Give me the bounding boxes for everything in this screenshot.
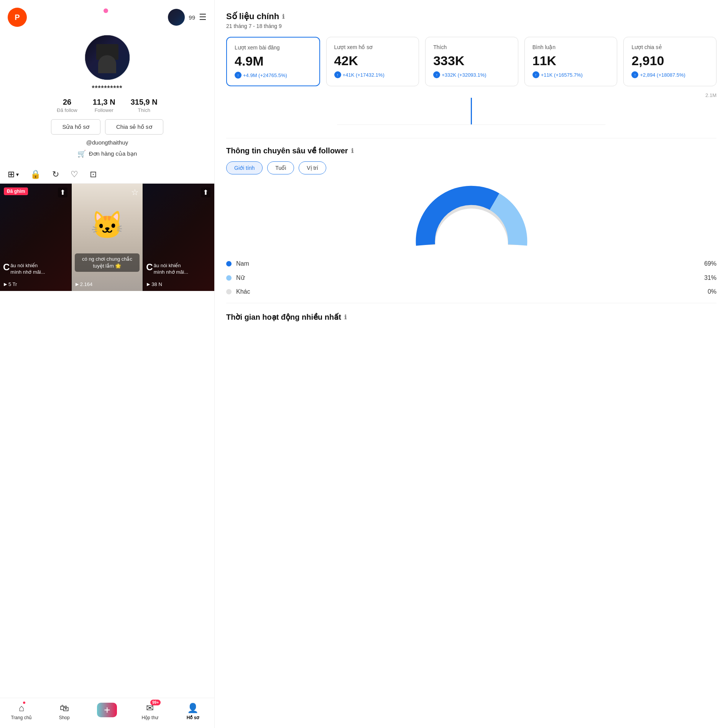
- info-icon-follower[interactable]: ℹ: [351, 147, 353, 154]
- stat-card-comments[interactable]: Bình luận 11K ↑ +11K (+16575.7%): [524, 37, 618, 86]
- right-panel: Số liệu chính ℹ 21 tháng 7 - 18 tháng 9 …: [215, 0, 728, 728]
- stat-card-value-likes: 333K: [433, 53, 510, 68]
- nav-profile[interactable]: 👤 Hồ sơ: [171, 703, 214, 720]
- profile-section: ********** 26 Đã follow 11,3 N Follower …: [0, 31, 214, 166]
- profile-label: Hồ sơ: [187, 715, 199, 720]
- stat-card-change-shares: ↑ +2,894 (+18087.5%): [631, 71, 708, 78]
- follower-label: Follower: [95, 107, 113, 113]
- save-icon-1: ⬆: [58, 187, 67, 197]
- cat-text: có ng chơi chung chắctuyệt lắm 🌟: [75, 253, 140, 272]
- play-count-value-2: 2.164: [80, 281, 93, 287]
- change-text-likes: +332K (+32093.1%): [442, 72, 486, 78]
- video-text-3: Câu nói khiếnmình nhớ mãi...: [146, 263, 211, 276]
- home-label: Trang chủ: [11, 715, 32, 720]
- content-tab-bar: ⊞ ▾ 🔒 ↻ ♡ ⊡: [0, 166, 214, 184]
- legend-label-nu: Nữ: [236, 274, 245, 281]
- divider-2: [226, 303, 716, 303]
- profile-icon: 👤: [187, 703, 199, 713]
- stats-row: 26 Đã follow 11,3 N Follower 315,9 N Thí…: [57, 98, 157, 113]
- order-row[interactable]: 🛒 Đơn hàng của bạn: [77, 150, 137, 158]
- legend-nu: Nữ 31%: [226, 274, 716, 281]
- info-icon-main[interactable]: ℹ: [282, 13, 284, 20]
- nav-shop[interactable]: 🛍 Shop: [43, 703, 86, 720]
- avatar-small[interactable]: [168, 9, 185, 26]
- follower-title-text: Thông tin chuyên sâu về follower: [226, 146, 348, 155]
- follow-label: Đã follow: [57, 107, 77, 113]
- stat-card-value-shares: 2,910: [631, 53, 708, 68]
- premium-badge: P: [8, 8, 27, 27]
- tab-like[interactable]: ♡: [71, 169, 78, 179]
- stat-card-likes[interactable]: Thích 333K ↑ +332K (+32093.1%): [425, 37, 518, 86]
- stat-like: 315,9 N Thích: [131, 98, 158, 113]
- video-card-1[interactable]: Đã ghim ⬆ Câu nói khiếnmình nhớ mãi... ▶…: [0, 184, 72, 291]
- save-icon-3: ⬆: [201, 187, 210, 197]
- video-text-1: Câu nói khiếnmình nhớ mãi...: [3, 263, 68, 276]
- stat-card-label-views: Lượt xem bài đăng: [235, 44, 312, 51]
- legend-dot-nam: [226, 261, 232, 266]
- info-icon-activity[interactable]: ℹ: [344, 314, 347, 321]
- cart-icon: 🛒: [77, 150, 86, 158]
- legend-nam-left: Nam: [226, 260, 249, 267]
- gender-legend: Nam 69% Nữ 31% Khác 0%: [226, 260, 716, 295]
- stat-card-label-profile: Lượt xem hồ sơ: [334, 44, 411, 50]
- divider-1: [226, 138, 716, 138]
- follower-section-title: Thông tin chuyên sâu về follower ℹ: [226, 146, 716, 155]
- avatar-small-inner: [168, 9, 185, 26]
- chart-area: [226, 100, 716, 130]
- donut-container: [226, 184, 716, 253]
- legend-label-nam: Nam: [236, 260, 249, 267]
- stat-card-shares[interactable]: Lượt chia sẻ 2,910 ↑ +2,894 (+18087.5%): [623, 37, 716, 86]
- order-text: Đơn hàng của bạn: [89, 150, 137, 157]
- legend-nam: Nam 69%: [226, 260, 716, 267]
- change-text-shares: +2,894 (+18087.5%): [640, 72, 685, 78]
- like-count: 315,9 N: [131, 98, 158, 107]
- inbox-label: Hộp thư: [141, 715, 158, 720]
- tab-lock[interactable]: 🔒: [30, 169, 41, 179]
- filter-tab-gender[interactable]: Giới tính: [226, 161, 263, 174]
- play-icon-1: ▶: [4, 282, 7, 287]
- stat-card-views[interactable]: Lượt xem bài đăng 4.9M ↑ +4.9M (+24765.5…: [226, 37, 320, 86]
- stat-card-change-profile: ↑ +41K (+17432.1%): [334, 71, 411, 78]
- video-caption-1: Câu nói khiếnmình nhớ mãi...: [3, 263, 68, 276]
- stat-card-label-comments: Bình luận: [532, 44, 610, 50]
- star-icon: ☆: [131, 187, 139, 197]
- change-text-comments: +11K (+16575.7%): [541, 72, 583, 78]
- legend-value-nu: 31%: [704, 274, 716, 281]
- nav-inbox[interactable]: ✉ 99+ Hộp thư: [128, 703, 171, 720]
- stat-card-profile-views[interactable]: Lượt xem hồ sơ 42K ↑ +41K (+17432.1%): [326, 37, 419, 86]
- plus-button[interactable]: +: [97, 703, 117, 717]
- legend-value-khac: 0%: [708, 288, 716, 295]
- left-panel: P 99 ☰ ********** 26 Đã follow 11,3 N: [0, 0, 215, 728]
- notification-dot: [104, 8, 108, 13]
- legend-value-nam: 69%: [704, 260, 716, 267]
- tab-repost[interactable]: ↻: [52, 169, 59, 179]
- up-arrow-profile: ↑: [334, 71, 341, 78]
- up-arrow-views: ↑: [235, 72, 242, 79]
- change-text-views: +4.9M (+24765.5%): [243, 72, 287, 78]
- legend-khac-left: Khác: [226, 288, 250, 295]
- stat-card-label-shares: Lượt chia sẻ: [631, 44, 708, 50]
- share-profile-button[interactable]: Chia sẻ hồ sơ: [105, 119, 163, 135]
- top-bar: P 99 ☰: [0, 0, 214, 31]
- legend-dot-khac: [226, 289, 232, 294]
- filter-tab-age[interactable]: Tuổi: [267, 161, 294, 174]
- follow-count: 26: [63, 98, 71, 107]
- stat-card-value-comments: 11K: [532, 53, 610, 68]
- filter-tabs: Giới tính Tuổi Vị trí: [226, 161, 716, 174]
- pinned-badge: Đã ghim: [4, 187, 28, 195]
- menu-icon[interactable]: ☰: [199, 12, 207, 22]
- tab-grid[interactable]: ⊞ ▾: [8, 169, 19, 179]
- section-title: Số liệu chính ℹ: [226, 12, 716, 21]
- avatar-figure: [98, 55, 116, 73]
- video-card-3[interactable]: ⬆ Câu nói khiếnmình nhớ mãi... ▶ 38 N: [143, 184, 214, 291]
- edit-profile-button[interactable]: Sửa hồ sơ: [51, 119, 100, 135]
- nav-plus[interactable]: +: [86, 703, 129, 720]
- count-badge: 99: [189, 14, 195, 21]
- bookmark-icon: ⊡: [90, 169, 97, 179]
- repost-icon: ↻: [52, 169, 59, 179]
- big-c-1: C: [3, 263, 10, 272]
- filter-tab-location[interactable]: Vị trí: [299, 161, 326, 174]
- tab-bookmark[interactable]: ⊡: [90, 169, 97, 179]
- nav-home[interactable]: ⌂ Trang chủ: [0, 703, 43, 720]
- video-card-2[interactable]: 🐱 ☆ có ng chơi chung chắctuyệt lắm 🌟 ▶ 2…: [72, 184, 143, 291]
